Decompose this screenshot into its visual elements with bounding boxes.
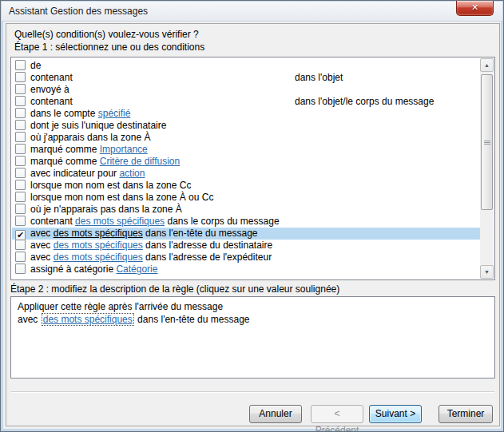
window-title: Assistant Gestion des messages — [9, 6, 148, 17]
condition-label: de — [30, 60, 41, 71]
condition-checkbox[interactable] — [15, 72, 26, 82]
condition-label: contenant — [30, 72, 73, 83]
condition-row[interactable]: marqué comme Importance — [12, 144, 480, 156]
scrollbar-thumb[interactable] — [481, 74, 493, 210]
scrollbar-grip-icon — [484, 141, 490, 145]
rule-description-line: avec des mots spécifiques dans l'en-tête… — [18, 313, 488, 326]
conditions-list: decontenantdans l'objetenvoyé àcontenant… — [12, 58, 480, 279]
condition-row[interactable]: avec indicateur pour action — [12, 168, 480, 180]
condition-checkbox[interactable] — [15, 60, 26, 70]
condition-row[interactable]: avec des mots spécifiques dans l'adresse… — [12, 252, 480, 264]
condition-checkbox[interactable] — [15, 240, 26, 250]
titlebar[interactable]: Assistant Gestion des messages — [2, 2, 502, 22]
value-link[interactable]: Importance — [100, 144, 148, 155]
value-link[interactable]: des mots spécifiques — [42, 313, 134, 326]
question-heading: Quelle(s) condition(s) voulez-vous vérif… — [14, 29, 199, 40]
condition-label: avec des mots spécifiques dans l'en-tête… — [30, 228, 258, 239]
divider — [11, 391, 494, 393]
condition-label: lorsque mon nom est dans la zone À ou Cc — [30, 192, 213, 203]
condition-row[interactable]: avec des mots spécifiques dans l'adresse… — [12, 240, 480, 252]
condition-checkbox[interactable] — [15, 144, 26, 154]
condition-checkbox[interactable] — [15, 108, 26, 118]
annuler-button[interactable]: Annuler — [249, 405, 302, 423]
condition-checkbox[interactable] — [15, 156, 26, 166]
rule-description-line: Appliquer cette règle après l'arrivée du… — [18, 300, 488, 313]
condition-checkbox[interactable] — [15, 96, 26, 106]
value-link[interactable]: des mots spécifiques — [54, 240, 143, 251]
scroll-up-icon[interactable]: ▲ — [480, 58, 494, 72]
condition-label: où je n'apparais pas dans la zone À — [30, 204, 182, 215]
condition-label: contenant des mots spécifiques dans le c… — [30, 216, 280, 227]
condition-label: envoyé à — [30, 84, 69, 95]
condition-label: marqué comme Importance — [30, 144, 148, 155]
terminer-button[interactable]: Terminer — [439, 405, 493, 423]
vertical-scrollbar[interactable]: ▲ ▼ — [480, 58, 494, 279]
condition-checkbox[interactable] — [15, 204, 26, 214]
condition-row[interactable]: marqué comme Critère de diffusion — [12, 156, 480, 168]
suivant-button[interactable]: Suivant > — [369, 405, 422, 423]
condition-label: dont je suis l'unique destinataire — [30, 120, 166, 131]
value-link[interactable]: des mots spécifiques — [75, 216, 165, 227]
value-link[interactable]: Critère de diffusion — [100, 156, 181, 167]
value-link[interactable]: Catégorie — [116, 264, 157, 275]
condition-label-col2: dans l'objet — [295, 72, 343, 84]
condition-label: avec des mots spécifiques dans l'adresse… — [30, 240, 272, 251]
value-link[interactable]: spécifié — [98, 108, 131, 119]
condition-row[interactable]: lorsque mon nom est dans la zone À ou Cc — [12, 192, 480, 204]
condition-checkbox[interactable] — [15, 192, 26, 202]
condition-label: marqué comme Critère de diffusion — [30, 156, 180, 167]
condition-checkbox[interactable] — [15, 180, 26, 190]
condition-checkbox[interactable] — [15, 120, 26, 130]
close-icon[interactable]: ✕ — [456, 1, 494, 16]
condition-row[interactable]: lorsque mon nom est dans la zone Cc — [12, 180, 480, 192]
condition-label: avec des mots spécifiques dans l'adresse… — [30, 252, 272, 263]
condition-checkbox[interactable] — [15, 168, 26, 178]
rule-description-box[interactable]: Appliquer cette règle après l'arrivée du… — [10, 296, 495, 378]
condition-label-col2: dans l'objet/le corps du message — [295, 96, 434, 108]
condition-label: avec indicateur pour action — [30, 168, 145, 179]
value-link[interactable]: action — [119, 168, 145, 179]
condition-checkbox[interactable] — [15, 264, 26, 274]
step1-heading: Étape 1 : sélectionnez une ou des condit… — [14, 42, 204, 53]
condition-label: lorsque mon nom est dans la zone Cc — [30, 180, 191, 191]
condition-label: contenant — [30, 96, 73, 107]
condition-label: où j'apparais dans la zone À — [30, 132, 150, 143]
value-link[interactable]: des mots spécifiques — [54, 252, 143, 263]
condition-row[interactable]: envoyé à — [12, 84, 480, 96]
condition-checkbox[interactable] — [15, 252, 26, 262]
condition-row[interactable]: contenant des mots spécifiques dans le c… — [12, 216, 480, 228]
condition-row[interactable]: ✔avec des mots spécifiques dans l'en-têt… — [12, 228, 480, 240]
condition-row[interactable]: contenantdans l'objet — [12, 72, 480, 84]
condition-checkbox[interactable] — [15, 216, 26, 226]
condition-label: assigné à catégorie Catégorie — [30, 264, 157, 275]
value-link[interactable]: des mots spécifiques — [54, 228, 143, 239]
rules-wizard-dialog: Assistant Gestion des messages ✕ Quelle(… — [0, 0, 504, 432]
scroll-down-icon[interactable]: ▼ — [480, 265, 494, 279]
condition-checkbox[interactable] — [15, 132, 26, 142]
wizard-content-panel: Quelle(s) condition(s) voulez-vous vérif… — [6, 23, 500, 426]
condition-checkbox[interactable] — [15, 84, 26, 94]
condition-row[interactable]: de — [12, 60, 480, 72]
condition-row[interactable]: contenantdans l'objet/le corps du messag… — [12, 96, 480, 108]
condition-row[interactable]: dans le compte spécifié — [12, 108, 480, 120]
precedent-button: < Précédent — [311, 405, 363, 423]
condition-label: dans le compte spécifié — [30, 108, 130, 119]
condition-row[interactable]: où j'apparais dans la zone À — [12, 132, 480, 144]
step2-heading: Étape 2 : modifiez la description de la … — [10, 283, 339, 295]
condition-row[interactable]: où je n'apparais pas dans la zone À — [12, 204, 480, 216]
condition-row[interactable]: dont je suis l'unique destinataire — [12, 120, 480, 132]
conditions-listbox[interactable]: decontenantdans l'objetenvoyé àcontenant… — [10, 57, 495, 280]
condition-row[interactable]: assigné à catégorie Catégorie — [12, 264, 480, 275]
